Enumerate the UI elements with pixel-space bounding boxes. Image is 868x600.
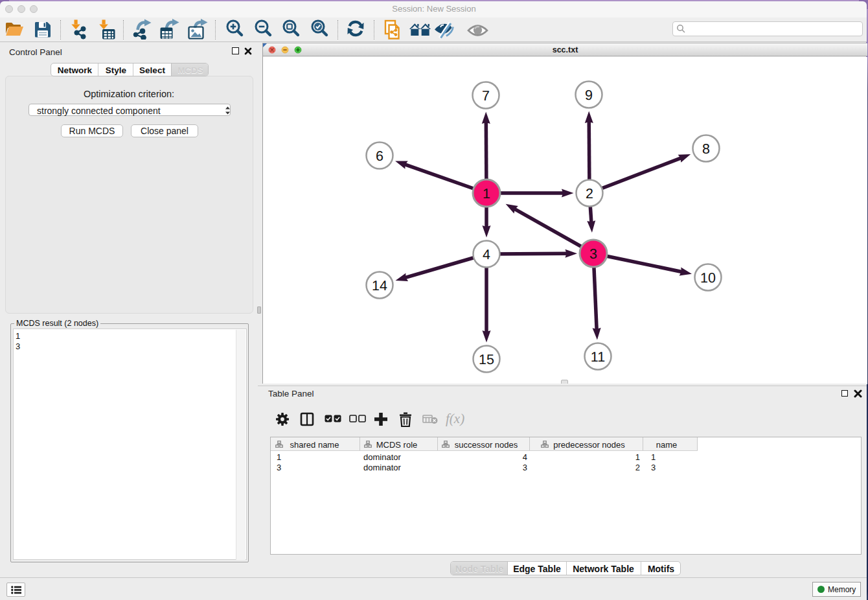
svg-text:7: 7 xyxy=(482,88,490,104)
svg-text:15: 15 xyxy=(479,352,494,367)
svg-text:8: 8 xyxy=(702,141,710,157)
svg-text:3: 3 xyxy=(589,246,597,262)
svg-text:4: 4 xyxy=(483,247,490,262)
svg-text:11: 11 xyxy=(591,349,605,365)
svg-text:10: 10 xyxy=(700,270,716,286)
svg-text:1: 1 xyxy=(483,186,490,202)
svg-text:14: 14 xyxy=(372,278,387,294)
svg-text:6: 6 xyxy=(376,148,383,164)
svg-text:9: 9 xyxy=(585,87,593,103)
svg-text:2: 2 xyxy=(586,186,593,202)
